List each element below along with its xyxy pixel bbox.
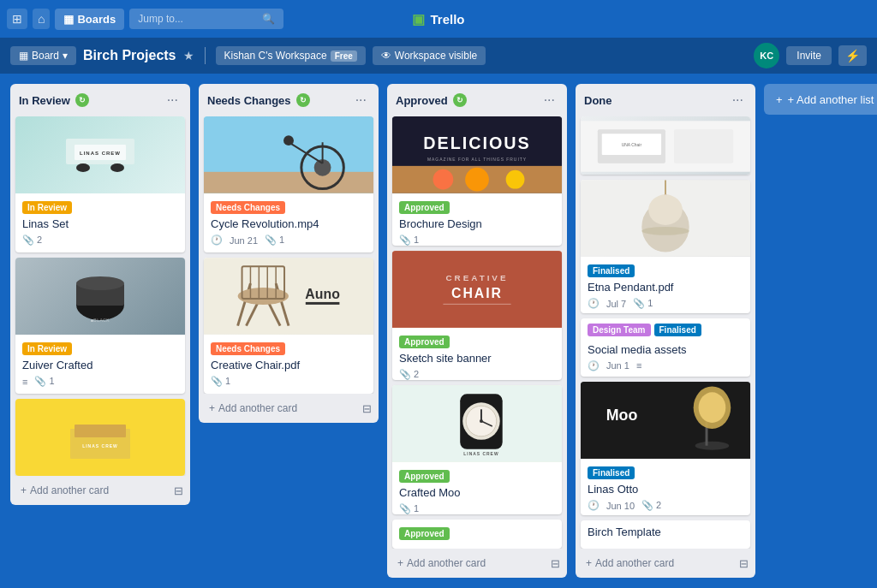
card-sketch-banner[interactable]: CREATIVE CHAIR Approved Sketch site bann… [392, 251, 562, 380]
list-header-approved: Approved ↻ ··· [387, 84, 567, 116]
card-moo-lamp[interactable]: Moo Finalised Linas Otto 🕐 Jun 10 📎 2 [581, 382, 750, 514]
card-cycle-revolution[interactable]: Needs Changes Cycle Revolution.mp4 🕐 Jun… [204, 116, 373, 252]
list-title-in-review: In Review [19, 94, 70, 107]
list-cards-approved: DELICIOUS MAGAZINE FOR ALL THINGS FRUITY… [387, 116, 567, 549]
card-title-chair: Creative Chair.pdf [211, 359, 367, 371]
list-menu-button-approved[interactable]: ··· [540, 91, 558, 110]
avatar[interactable]: KC [754, 43, 779, 68]
visibility-button[interactable]: 👁 Workspace visible [373, 46, 486, 65]
svg-text:UNA Chair: UNA Chair [622, 143, 642, 147]
search-bar[interactable]: Jump to... 🔍 [129, 9, 283, 29]
card-title-pendant: Etna Pendant.pdf [588, 281, 743, 294]
add-card-button-needs-changes[interactable]: + Add another card [206, 399, 301, 418]
attachment-count: 📎 1 [211, 376, 230, 387]
badge-design-team: Design Team [588, 324, 651, 336]
card-image-clock: LINAS CREW [392, 385, 562, 462]
card-image-chair: Auno [204, 258, 373, 335]
search-placeholder-text: Jump to... [138, 13, 183, 25]
date-label: Jul 7 [606, 299, 626, 309]
date-label: Jun 1 [606, 360, 629, 371]
card-title-moo: Crafted Moo [399, 486, 555, 499]
card-etna-pendant[interactable]: Finalised Etna Pendant.pdf 🕐 Jul 7 📎 1 [581, 180, 750, 312]
list-header-done: Done ··· [576, 84, 755, 116]
board-title: Birch Projects [83, 48, 176, 63]
badge-in-review: In Review [22, 201, 72, 214]
card-body-approved-extra: Approved [392, 520, 562, 549]
template-icon: ⊟ [551, 557, 560, 570]
svg-text:CHAIR: CHAIR [451, 286, 503, 300]
list-cards-done: UNA Chair [576, 116, 755, 549]
card-title-brochure: Brochure Design [399, 217, 555, 230]
add-card-button-approved[interactable]: + Add another card [394, 554, 489, 573]
attachment-count: 📎 2 [22, 235, 42, 246]
list-footer-needs-changes: + Add another card ⊟ [199, 394, 379, 423]
svg-point-60 [648, 195, 683, 226]
board-nav: ▦ Board ▾ Birch Projects ★ Kishan C's Wo… [0, 38, 877, 74]
badge-approved-moo: Approved [399, 470, 450, 483]
workspace-button[interactable]: Kishan C's Workspace Free [216, 46, 366, 65]
grid-icon: ⊞ [12, 12, 22, 26]
date-icon: 🕐 [588, 298, 600, 309]
badge-approved-extra: Approved [399, 527, 450, 540]
badge-needs-changes-cycle: Needs Changes [211, 201, 285, 214]
list-menu-button-in-review[interactable]: ··· [164, 91, 182, 110]
svg-rect-31 [306, 302, 340, 305]
add-card-button-done[interactable]: + Add another card [582, 554, 677, 573]
attachment-count: 📎 2 [399, 369, 419, 380]
list-needs-changes: Needs Changes ↻ ··· [199, 84, 379, 423]
invite-button[interactable]: Invite [786, 46, 832, 65]
card-meta-pendant: 🕐 Jul 7 📎 1 [588, 298, 743, 309]
card-creative-chair[interactable]: Auno Needs Changes Creative Chair.pdf 📎 … [204, 258, 373, 394]
sync-icon-needs-changes: ↻ [296, 93, 310, 107]
divider [205, 47, 206, 64]
board-view-button[interactable]: ▦ Board ▾ [10, 46, 76, 65]
date-label: Jun 10 [606, 501, 635, 511]
lightning-button[interactable]: ⚡ [838, 45, 867, 66]
card-meta-moo: 📎 1 [399, 503, 555, 514]
card-meta-social: 🕐 Jun 1 ≡ [588, 360, 743, 371]
badge-approved-brochure: Approved [399, 201, 450, 214]
list-header-needs-changes: Needs Changes ↻ ··· [199, 84, 379, 116]
card-title-cycle: Cycle Revolution.mp4 [211, 217, 367, 230]
card-image-pendant [581, 180, 750, 257]
card-title-zuiver: Zuiver Crafted [22, 359, 178, 371]
card-title-linas-set: Linas Set [22, 217, 178, 230]
svg-point-49 [480, 419, 483, 423]
card-crafted-moo[interactable]: LINAS CREW Approved Crafted Moo 📎 1 [392, 385, 562, 514]
list-menu-button-done[interactable]: ··· [729, 91, 747, 110]
svg-rect-13 [204, 172, 373, 193]
card-social-media[interactable]: Design Team Finalised Social media asset… [581, 318, 750, 377]
boards-button[interactable]: ▦ Boards [55, 9, 124, 30]
svg-point-64 [695, 442, 730, 450]
card-body-moo: Approved Crafted Moo 📎 1 [392, 462, 562, 514]
list-title-approved: Approved [396, 94, 448, 107]
home-button[interactable]: ⌂ [33, 9, 50, 29]
star-icon[interactable]: ★ [183, 49, 194, 62]
plus-icon: + [397, 557, 403, 569]
add-card-button-in-review[interactable]: + Add another card [17, 481, 112, 500]
card-body-brochure: Approved Brochure Design 📎 1 [392, 193, 562, 246]
svg-rect-10 [75, 425, 126, 437]
card-birch-template[interactable]: Birch Template [581, 520, 750, 549]
card-body-linas-set: In Review Linas Set 📎 2 [15, 193, 185, 252]
grid-icon-button[interactable]: ⊞ [7, 9, 27, 29]
card-approved-extra[interactable]: Approved [392, 520, 562, 549]
list-icon: ≡ [636, 360, 641, 371]
card-linas-set[interactable]: LINAS CREW In Review Linas Set 📎 2 [15, 116, 185, 252]
list-footer-done: + Add another card ⊟ [576, 549, 755, 578]
card-brochure[interactable]: DELICIOUS MAGAZINE FOR ALL THINGS FRUITY… [392, 116, 562, 246]
card-yellow-box[interactable]: LINAS CREW [15, 399, 185, 476]
card-done-preview[interactable]: UNA Chair [581, 116, 750, 175]
card-zuiver[interactable]: ■BLACK In Review Zuiver Crafted ≡ 📎 1 [15, 258, 185, 394]
svg-point-37 [465, 168, 489, 192]
svg-rect-42 [443, 304, 510, 305]
card-meta-sketch: 📎 2 [399, 369, 555, 380]
list-menu-button-needs-changes[interactable]: ··· [352, 91, 370, 110]
add-list-button[interactable]: + + Add another list [764, 84, 877, 115]
attachment-count: 📎 1 [265, 235, 284, 246]
card-body-pendant: Finalised Etna Pendant.pdf 🕐 Jul 7 📎 1 [581, 257, 750, 312]
svg-point-36 [433, 169, 454, 190]
svg-text:DELICIOUS: DELICIOUS [423, 134, 531, 152]
card-meta-cycle: 🕐 Jun 21 📎 1 [211, 235, 367, 246]
card-title-linas-otto: Linas Otto [588, 483, 743, 496]
